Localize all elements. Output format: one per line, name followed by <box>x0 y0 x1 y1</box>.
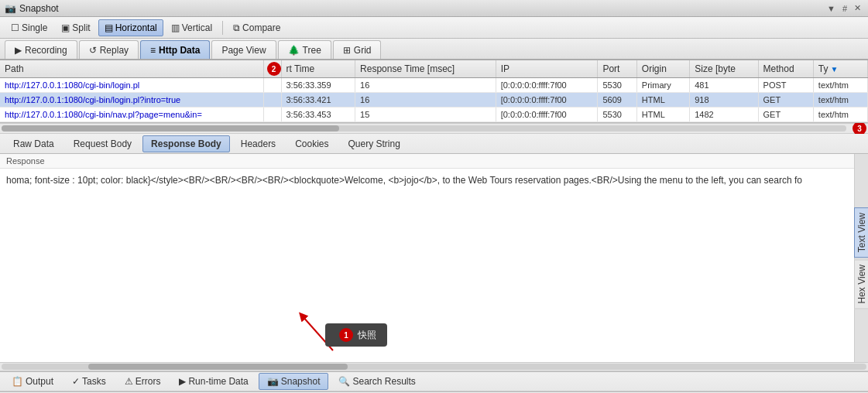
cell-path: http://127.0.0.1:1080/cgi-bin/nav.pl?pag… <box>0 108 263 122</box>
cell-size: 918 <box>690 93 758 108</box>
side-tabs: Text View Hex View <box>854 154 868 362</box>
recording-icon: ▶ <box>15 45 22 56</box>
tab-grid[interactable]: ⊞ Grid <box>333 40 382 59</box>
tab-httpdata[interactable]: ≡ Http Data <box>140 40 210 59</box>
errors-icon: ⚠ <box>125 376 133 387</box>
response-content: homa; font-size : 10pt; color: black}</s… <box>6 175 802 186</box>
bottom-tab-tasks[interactable]: ✓ Tasks <box>63 373 115 390</box>
bottom-tab-bar: 📋 Output ✓ Tasks ⚠ Errors ▶ Run-time Dat… <box>0 371 868 391</box>
http-data-table: Path 2 rt Time Response Time [msec] IP <box>0 60 868 122</box>
cell-responsetime: 16 <box>355 93 496 108</box>
annotation-circle-1: 1 <box>339 328 353 342</box>
toolbar: ☐ Single ▣ Split ▤ Horizontal ▥ Vertical… <box>0 17 868 39</box>
split-button[interactable]: ▣ Split <box>55 19 96 36</box>
col-origin[interactable]: Origin <box>636 60 689 78</box>
cell-ip: [0:0:0:0:0:ffff:7f00 <box>496 78 598 93</box>
bottom-tab-searchresults[interactable]: 🔍 Search Results <box>330 373 424 390</box>
cell-ip: [0:0:0:0:0:ffff:7f00 <box>496 108 598 122</box>
response-area: Response homa; font-size : 10pt; color: … <box>0 154 868 362</box>
tab-recording[interactable]: ▶ Recording <box>5 40 77 59</box>
cell-size: 1482 <box>690 108 758 122</box>
snapshot-tab-icon: 📷 <box>267 376 279 387</box>
vertical-button[interactable]: ▥ Vertical <box>165 19 218 36</box>
response-scroll-track[interactable] <box>2 364 866 370</box>
cell-responsetime: 15 <box>355 108 496 122</box>
bottom-tab-snapshot[interactable]: 📷 Snapshot <box>259 373 329 390</box>
main-content: Path 2 rt Time Response Time [msec] IP <box>0 60 868 371</box>
sub-tab-headers[interactable]: Headers <box>232 135 284 152</box>
col-path[interactable]: Path <box>0 60 263 78</box>
title-bar-title: Snapshot <box>19 3 59 14</box>
snapshot-icon: 📷 <box>5 3 16 14</box>
output-icon: 📋 <box>12 376 23 387</box>
cell-type: text/htm <box>813 78 867 93</box>
horizontal-scrollbar[interactable]: 3 <box>0 123 868 134</box>
cell-path: http://127.0.0.1:1080/cgi-bin/login.pl <box>0 78 263 93</box>
side-tab-hexview[interactable]: Hex View <box>854 259 869 309</box>
cell-origin: Primary <box>636 78 689 93</box>
cell-method: GET <box>758 93 813 108</box>
single-icon: ☐ <box>11 22 19 33</box>
response-label: Response <box>0 154 868 169</box>
table-row[interactable]: http://127.0.0.1:1080/cgi-bin/login.pl?i… <box>0 93 868 108</box>
filter-icon[interactable]: ▼ <box>831 65 839 73</box>
cell-port: 5609 <box>598 93 636 108</box>
col-type[interactable]: Ty ▼ <box>813 60 867 78</box>
tab-tree[interactable]: 🌲 Tree <box>278 40 331 59</box>
runtime-icon: ▶ <box>179 376 186 387</box>
cell-method: POST <box>758 78 813 93</box>
horizontal-button[interactable]: ▤ Horizontal <box>98 19 163 36</box>
col-ip[interactable]: IP <box>496 60 598 78</box>
sub-tab-rawdata[interactable]: Raw Data <box>5 135 63 152</box>
cell-annot <box>263 93 281 108</box>
tree-icon: 🌲 <box>288 45 300 56</box>
cell-size: 481 <box>690 78 758 93</box>
cell-responsetime: 16 <box>355 78 496 93</box>
cell-annot <box>263 108 281 122</box>
cell-annot <box>263 78 281 93</box>
cell-port: 5530 <box>598 108 636 122</box>
sub-tab-querystring[interactable]: Query String <box>339 135 408 152</box>
cell-ip: [0:0:0:0:0:ffff:7f00 <box>496 93 598 108</box>
scroll-thumb[interactable] <box>2 125 339 132</box>
sub-tab-bar: Raw Data Request Body Response Body Head… <box>0 134 868 154</box>
scroll-track[interactable] <box>2 125 846 132</box>
col-annot: 2 <box>263 60 281 78</box>
searchresults-icon: 🔍 <box>338 376 350 387</box>
sub-tab-requestbody[interactable]: Request Body <box>65 135 140 152</box>
bottom-tab-errors[interactable]: ⚠ Errors <box>116 373 170 390</box>
cell-type: text/htm <box>813 93 867 108</box>
snapshot-tooltip-text: 快照 <box>358 329 376 342</box>
tab-bar: ▶ Recording ↺ Replay ≡ Http Data Page Vi… <box>0 39 868 60</box>
sub-tab-cookies[interactable]: Cookies <box>286 135 337 152</box>
horizontal-icon: ▤ <box>105 22 113 33</box>
snapshot-tooltip: 1 快照 <box>325 323 387 347</box>
response-horizontal-scrollbar[interactable] <box>0 362 868 371</box>
col-method[interactable]: Method <box>758 60 813 78</box>
col-size[interactable]: Size [byte <box>690 60 758 78</box>
split-icon: ▣ <box>61 22 70 33</box>
compare-button[interactable]: ⧉ Compare <box>227 19 286 36</box>
bottom-tab-runtime[interactable]: ▶ Run-time Data <box>170 373 256 390</box>
toolbar-separator <box>222 21 223 35</box>
table-row[interactable]: http://127.0.0.1:1080/cgi-bin/login.pl 3… <box>0 78 868 93</box>
tab-pageview[interactable]: Page View <box>211 40 276 59</box>
response-scroll-thumb[interactable] <box>88 364 348 370</box>
bottom-tab-output[interactable]: 📋 Output <box>3 373 62 390</box>
col-starttime[interactable]: rt Time <box>281 60 355 78</box>
pin-button[interactable]: ▼ <box>825 4 838 13</box>
sub-tab-responsebody[interactable]: Response Body <box>142 135 230 152</box>
single-button[interactable]: ☐ Single <box>5 19 53 36</box>
cell-type: text/htm <box>813 108 867 122</box>
tab-replay[interactable]: ↺ Replay <box>79 40 139 59</box>
cell-starttime: 3:56:33.421 <box>281 93 355 108</box>
table-row[interactable]: http://127.0.0.1:1080/cgi-bin/nav.pl?pag… <box>0 108 868 122</box>
col-port[interactable]: Port <box>598 60 636 78</box>
float-button[interactable]: # <box>840 4 849 13</box>
side-tab-textview[interactable]: Text View <box>854 207 869 258</box>
cell-port: 5530 <box>598 78 636 93</box>
close-button[interactable]: ✕ <box>852 3 863 13</box>
grid-icon: ⊞ <box>343 45 351 56</box>
col-responsetime[interactable]: Response Time [msec] <box>355 60 496 78</box>
vertical-icon: ▥ <box>171 22 180 33</box>
